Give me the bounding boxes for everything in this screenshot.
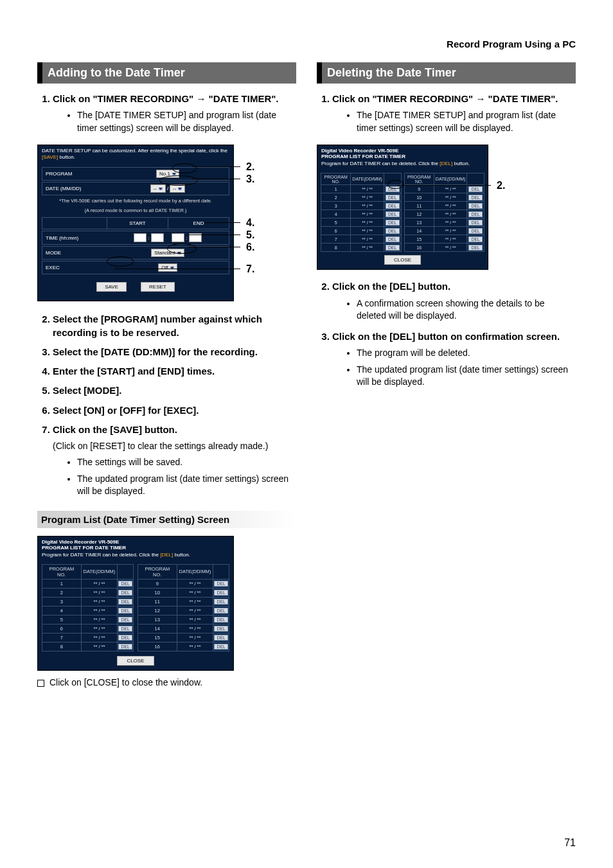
- table-row: 8** / **DEL: [42, 642, 134, 651]
- del-button[interactable]: DEL: [386, 236, 400, 242]
- del-button[interactable]: DEL: [386, 220, 400, 226]
- table-row: 5** / **DEL: [42, 615, 134, 624]
- table-row: 10** / **DEL: [138, 588, 229, 597]
- del-button[interactable]: DEL: [214, 590, 228, 596]
- minor1: *The VR-509E carries out the following r…: [38, 197, 233, 206]
- table-row: 1** / **DEL: [321, 185, 402, 193]
- end-h[interactable]: [172, 233, 184, 242]
- screenshot-program-list-del: Digital Video Recorder VR-509E PROGRAM L…: [317, 145, 488, 270]
- table-row: 5** / **DEL: [321, 218, 402, 227]
- del-button[interactable]: DEL: [118, 581, 132, 587]
- right-step3: Click on the [DEL] button on confirmatio…: [332, 330, 576, 389]
- right-step2: Click on the [DEL] button. A confirmatio…: [332, 280, 576, 322]
- table-row: 13** / **DEL: [138, 615, 229, 624]
- del-button[interactable]: DEL: [468, 220, 483, 226]
- table-row: 4** / **DEL: [321, 210, 402, 218]
- row-exec: EXEC Off: [42, 261, 229, 274]
- minor2: (A record mode is common to all DATE TIM…: [38, 206, 233, 216]
- table-row: 16** / **DEL: [404, 244, 484, 252]
- del-button[interactable]: DEL: [468, 236, 483, 242]
- del-button[interactable]: DEL: [386, 228, 400, 234]
- del-button[interactable]: DEL: [118, 644, 132, 650]
- del-button[interactable]: DEL: [118, 599, 132, 605]
- table-row: 16** / **DEL: [138, 642, 229, 651]
- del-button[interactable]: DEL: [214, 599, 228, 605]
- left-step1: Click on "TIMER RECORDING" → "DATE TIMER…: [53, 93, 296, 134]
- table-row: 2** / **DEL: [321, 193, 402, 202]
- close-button[interactable]: CLOSE: [117, 656, 154, 666]
- table-row: 4** / **DEL: [42, 606, 134, 615]
- callout-5: 5.: [246, 229, 254, 241]
- reset-button[interactable]: RESET: [141, 282, 175, 292]
- del-button[interactable]: DEL: [386, 195, 400, 200]
- left-step2: Select the [PROGRAM] number against whic…: [53, 313, 296, 339]
- callout-3: 3.: [246, 173, 254, 185]
- breadcrumb: Record Program Using a PC: [37, 39, 576, 49]
- table-row: 6** / **DEL: [42, 624, 134, 633]
- left-step3: Select the [DATE (DD:MM)] for the record…: [53, 346, 296, 359]
- mode-dropdown[interactable]: Standard: [151, 249, 184, 257]
- table-row: 7** / **DEL: [42, 633, 134, 642]
- del-button[interactable]: DEL: [468, 195, 483, 200]
- table-row: 6** / **DEL: [321, 227, 402, 235]
- table-row: 12** / **DEL: [138, 606, 229, 615]
- table-row: 13** / **DEL: [404, 218, 484, 227]
- start-m[interactable]: [151, 233, 164, 242]
- del-button[interactable]: DEL: [468, 228, 483, 234]
- del-button[interactable]: DEL: [214, 617, 228, 623]
- table-row: 8** / **DEL: [321, 244, 402, 252]
- table-row: 11** / **DEL: [404, 202, 484, 210]
- heading-deleting: Deleting the Date Timer: [317, 62, 576, 84]
- del-button[interactable]: DEL: [468, 203, 483, 209]
- program-dropdown[interactable]: No.1: [156, 170, 179, 178]
- del-button[interactable]: DEL: [386, 186, 400, 192]
- table-row: 3** / **DEL: [321, 202, 402, 210]
- left-step4: Enter the [START] and [END] times.: [53, 365, 296, 378]
- del-button[interactable]: DEL: [118, 635, 132, 641]
- table-row: 9** / **DEL: [404, 185, 484, 193]
- program-list-left: PROGRAM NO.DATE(DD/MM) 1** / **DEL2** / …: [42, 564, 134, 651]
- table-row: 15** / **DEL: [404, 235, 484, 244]
- del-button[interactable]: DEL: [386, 211, 400, 217]
- del-button[interactable]: DEL: [214, 644, 228, 650]
- del-button[interactable]: DEL: [386, 203, 400, 209]
- del-button[interactable]: DEL: [386, 245, 400, 251]
- del-button[interactable]: DEL: [468, 245, 483, 251]
- del-button[interactable]: DEL: [214, 635, 228, 641]
- table-row: 14** / **DEL: [404, 227, 484, 235]
- col-deleting: Deleting the Date Timer Click on "TIMER …: [317, 62, 576, 687]
- del-button[interactable]: DEL: [468, 186, 483, 192]
- del-button[interactable]: DEL: [118, 608, 132, 614]
- del-button[interactable]: DEL: [468, 211, 483, 217]
- start-h[interactable]: [134, 233, 147, 242]
- table-row: 12** / **DEL: [404, 210, 484, 218]
- date-dd[interactable]: --: [170, 184, 185, 193]
- del-button[interactable]: DEL: [118, 626, 132, 632]
- date-mm[interactable]: --: [150, 184, 166, 193]
- exec-dropdown[interactable]: Off: [158, 263, 177, 272]
- left-step5: Select [MODE].: [53, 384, 296, 397]
- close-button-small[interactable]: CLOSE: [384, 255, 421, 265]
- del-button[interactable]: DEL: [214, 581, 228, 587]
- del-button[interactable]: DEL: [214, 608, 228, 614]
- callout-7: 7.: [246, 263, 254, 275]
- del-button[interactable]: DEL: [118, 590, 132, 596]
- save-button[interactable]: SAVE: [96, 282, 127, 292]
- heading-adding: Adding to the Date Timer: [37, 62, 296, 84]
- program-list-right: PROGRAM NO.DATE(DD/MM) 9** / **DEL10** /…: [138, 564, 229, 651]
- row-startend: START END: [42, 217, 229, 229]
- table-row: 14** / **DEL: [138, 624, 229, 633]
- callout-del-2: 2.: [497, 180, 505, 191]
- table-row: 1** / **DEL: [42, 579, 134, 588]
- subheading-program-list: Program List (Date Timer Setting) Screen: [37, 511, 296, 528]
- table-row: 11** / **DEL: [138, 597, 229, 606]
- col-adding: Adding to the Date Timer Click on "TIMER…: [37, 62, 296, 687]
- callout-4: 4.: [246, 217, 254, 229]
- del-button[interactable]: DEL: [214, 626, 228, 632]
- table-row: 15** / **DEL: [138, 633, 229, 642]
- del-button[interactable]: DEL: [118, 617, 132, 623]
- page-number: 71: [564, 837, 576, 849]
- screenshot-date-timer-setup: DATE TIMER SETUP can be customized. Afte…: [37, 145, 234, 301]
- table-row: 2** / **DEL: [42, 588, 134, 597]
- table-row: 10** / **DEL: [404, 193, 484, 202]
